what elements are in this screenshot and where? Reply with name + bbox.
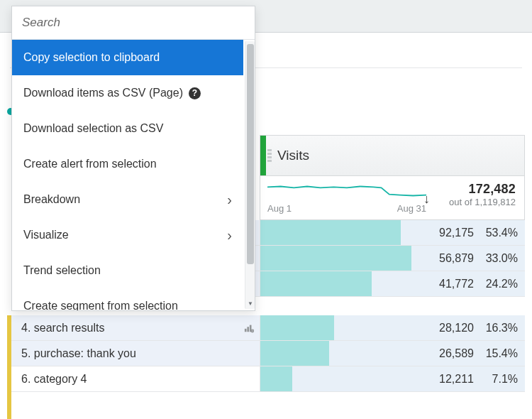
row-action-icon[interactable] (244, 323, 254, 333)
scroll-down-icon[interactable]: ▼ (248, 300, 253, 306)
menu-item-label: Download selection as CSV (23, 122, 163, 135)
svg-rect-1 (247, 327, 249, 332)
menu-item-label: Create segment from selection (23, 300, 178, 310)
bar-fill (260, 366, 292, 391)
menu-item-copy[interactable]: Copy selection to clipboard (12, 40, 243, 75)
sparkline-cell: Aug 1 Aug 31 (260, 176, 433, 219)
menu-item-label: Visualize (23, 229, 69, 241)
metric-name: Visits (273, 148, 309, 163)
menu-item-dl-items[interactable]: Download items as CSV (Page)? (12, 75, 243, 111)
row-name-cell[interactable]: 6. category 4 (11, 366, 260, 391)
metric-subtotal: out of 1,119,812 (436, 197, 516, 207)
context-menu-search-input[interactable] (12, 6, 255, 39)
help-icon[interactable]: ? (189, 87, 201, 99)
menu-item-label: Download items as CSV (Page) (23, 87, 183, 99)
metric-summary-row: Aug 1 Aug 31 ↓ 172,482 out of 1,119,812 (260, 176, 525, 220)
row-label: 4. search results (21, 322, 104, 334)
bar-fill (260, 341, 329, 366)
sparkline-icon (267, 180, 426, 202)
bar-fill (260, 315, 334, 340)
metric-column-header[interactable]: Visits (260, 135, 525, 176)
row-metric-cell: 28,12016.3% (260, 315, 525, 340)
row-percent: 7.1% (484, 373, 518, 386)
menu-item-label: Create alert from selection (23, 158, 157, 170)
bar-fill (260, 220, 401, 245)
table-row[interactable]: 6. category 412,2117.1% (11, 366, 525, 392)
row-value: 12,211 (439, 373, 474, 386)
menu-item-label: Copy selection to clipboard (23, 51, 160, 64)
chevron-right-icon: › (227, 227, 232, 244)
menu-item-breakdown[interactable]: Breakdown› (12, 182, 243, 217)
metric-accent-bar (260, 136, 266, 175)
row-percent: 53.4% (484, 227, 518, 239)
row-name-cell[interactable]: 4. search results (11, 315, 260, 340)
row-name-cell[interactable]: 5. purchase: thank you (11, 341, 260, 366)
row-value: 26,589 (439, 347, 474, 360)
metric-total: 172,482 (436, 182, 516, 197)
table-row[interactable]: 4. search results28,12016.3% (11, 315, 525, 341)
row-value: 28,120 (439, 322, 474, 334)
menu-item-alert[interactable]: Create alert from selection (12, 146, 243, 182)
row-percent: 15.4% (484, 347, 518, 360)
row-metric-cell: 41,77224.2% (260, 271, 525, 296)
row-metric-cell: 26,58915.4% (260, 341, 525, 366)
svg-rect-0 (245, 328, 247, 331)
row-metric-cell: 12,2117.1% (260, 366, 525, 391)
bar-fill (260, 246, 411, 271)
row-percent: 16.3% (484, 322, 518, 334)
row-value: 56,879 (439, 252, 474, 265)
row-percent: 24.2% (484, 278, 518, 290)
context-menu: Copy selection to clipboardDownload item… (11, 6, 255, 311)
chevron-right-icon: › (227, 192, 232, 208)
row-label: 6. category 4 (21, 373, 87, 386)
menu-item-trend[interactable]: Trend selection (12, 253, 243, 288)
context-menu-body: Copy selection to clipboardDownload item… (12, 39, 255, 310)
row-metric-cell: 92,17553.4% (260, 220, 525, 245)
row-value: 41,772 (439, 278, 474, 290)
bar-fill (260, 271, 372, 296)
menu-item-label: Breakdown (23, 193, 80, 206)
row-metric-cell: 56,87933.0% (260, 246, 525, 271)
sort-desc-icon[interactable]: ↓ (423, 192, 430, 207)
scroll-thumb[interactable] (247, 44, 254, 264)
menu-item-visualize[interactable]: Visualize› (12, 217, 243, 253)
row-value: 92,175 (439, 227, 474, 239)
drag-grip-icon[interactable] (266, 136, 273, 175)
row-percent: 33.0% (484, 252, 518, 265)
menu-item-label: Trend selection (23, 264, 101, 277)
menu-item-segment[interactable]: Create segment from selection (12, 288, 243, 310)
spark-end-label: Aug 31 (397, 203, 426, 214)
row-label: 5. purchase: thank you (21, 347, 136, 360)
table-row[interactable]: 5. purchase: thank you26,58915.4% (11, 341, 525, 366)
context-menu-scrollbar[interactable]: ▼ (245, 41, 255, 309)
menu-item-dl-sel[interactable]: Download selection as CSV (12, 111, 243, 146)
spark-start-label: Aug 1 (267, 203, 292, 214)
